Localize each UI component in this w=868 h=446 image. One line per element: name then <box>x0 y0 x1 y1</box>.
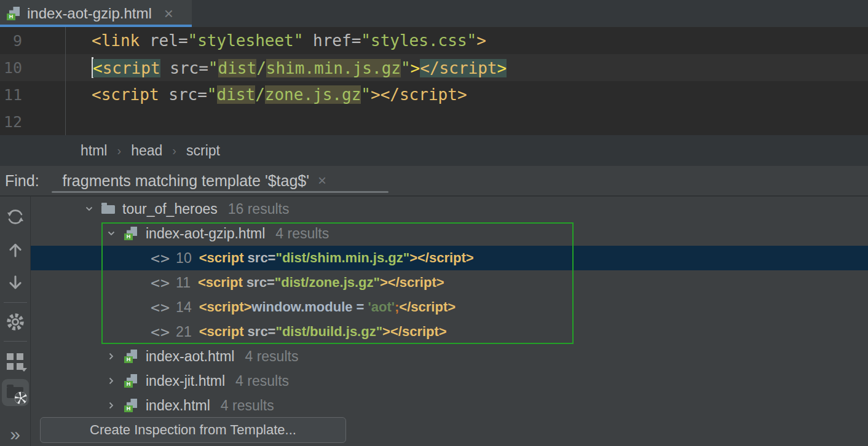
code-token: = <box>178 31 188 50</box>
tree-file-row-index.html[interactable]: Hindex.html4 results <box>31 393 868 418</box>
line-number: 12 <box>0 113 22 131</box>
code-token: </script> <box>399 299 456 315</box>
code-token: src= <box>248 324 276 339</box>
chevron-down-icon[interactable] <box>84 204 94 214</box>
code-token: " <box>208 59 218 77</box>
code-token: " <box>361 85 371 104</box>
code-token: = <box>199 59 208 77</box>
close-icon[interactable]: × <box>318 173 326 188</box>
tree-match-row-line-10[interactable]: <>10<script src="dist/shim.min.js.gz"></… <box>31 246 868 270</box>
code-editor[interactable]: 9<link rel="stylesheet" href="styles.css… <box>0 27 868 135</box>
chevron-right-icon[interactable] <box>106 376 116 386</box>
code-token: / <box>255 85 265 104</box>
html-file-icon: H <box>124 398 138 413</box>
ide-window: H index-aot-gzip.html × 9<link rel="styl… <box>0 0 868 446</box>
code-fragment-icon: <> <box>151 249 170 267</box>
find-session-label: fragments matching template '$tag$' <box>63 172 309 190</box>
find-session-underline <box>52 191 389 193</box>
settings-gear-icon[interactable] <box>5 311 26 332</box>
code-token: "dist/shim.min.js.gz" <box>275 250 409 265</box>
next-occurrence-icon[interactable] <box>5 272 26 293</box>
html-badge: H <box>124 356 133 363</box>
editor-line-9[interactable]: 9<link rel="stylesheet" href="styles.css… <box>0 27 868 54</box>
code-token <box>140 31 149 50</box>
item-label: tour_of_heroes <box>122 201 218 217</box>
code-token: < <box>93 59 103 77</box>
code-token: dist <box>218 59 257 77</box>
item-label: index-aot.html <box>146 348 234 365</box>
code-token: <script <box>92 85 159 104</box>
chevron-down-icon[interactable] <box>106 229 116 238</box>
code-token: = <box>352 31 361 50</box>
code-token: "dist/build.js.gz" <box>275 324 382 339</box>
breadcrumb-item-script[interactable]: script <box>186 143 220 159</box>
code-fragment-icon: <> <box>151 274 170 292</box>
tree-file-row-index-jit.html[interactable]: Hindex-jit.html4 results <box>31 369 868 393</box>
tree-match-row-line-14[interactable]: <>14<script>window.module = 'aot';</scri… <box>31 295 868 319</box>
code-token: ></script> <box>409 250 474 265</box>
results-tree[interactable]: tour_of_heroes16 resultsHindex-aot-gzip.… <box>31 197 868 446</box>
toolbar-separator <box>4 302 27 303</box>
breadcrumb-separator: › <box>172 144 176 158</box>
code-token: src <box>170 59 199 77</box>
pinwheel-shape <box>14 391 28 405</box>
editor-line-12[interactable]: 12 <box>0 108 868 135</box>
find-session-tab[interactable]: fragments matching template '$tag$' × <box>63 172 326 190</box>
breadcrumb-separator: › <box>117 144 121 158</box>
code-token: </script <box>420 59 497 77</box>
find-label: Find: <box>5 172 39 190</box>
rerun-search-icon[interactable] <box>5 206 26 227</box>
more-options-chevrons[interactable]: » <box>10 425 20 444</box>
editor-line-11[interactable]: 11<script src="dist/zone.js.gz"></script… <box>0 81 868 108</box>
code-token: <script <box>199 250 248 265</box>
code-token: </script> <box>381 85 467 104</box>
find-results-panel: » tour_of_heroes16 resultsHindex-aot-gzi… <box>0 197 868 446</box>
toolbar-separator <box>4 341 27 342</box>
tab-index-aot-gzip[interactable]: H index-aot-gzip.html × <box>0 0 192 27</box>
code-token: = <box>197 85 207 104</box>
chevron-right-icon[interactable] <box>106 351 116 361</box>
editor-line-10[interactable]: 10<script src="dist/shim.min.js.gz"></sc… <box>0 54 868 81</box>
tree-folder-row-tour_of_heroes[interactable]: tour_of_heroes16 results <box>31 197 868 221</box>
code-text: <script src="dist/zone.js.gz"></script> <box>66 85 467 104</box>
code-token: <link <box>92 31 140 50</box>
tree-rows: tour_of_heroes16 resultsHindex-aot-gzip.… <box>31 197 868 418</box>
code-text: <link rel="stylesheet" href="styles.css"… <box>66 31 486 50</box>
folder-pinwheel-icon[interactable] <box>2 379 29 406</box>
tree-match-row-line-11[interactable]: <>11<script src="dist/zone.js.gz"></scri… <box>31 270 868 295</box>
match-line-number: 10 <box>176 250 192 267</box>
group-by-icon[interactable] <box>5 351 26 372</box>
code-token: src= <box>248 250 276 265</box>
code-token: > <box>497 59 507 77</box>
gutter: 10 <box>0 54 66 81</box>
code-token: shim.min.js.gz <box>266 59 401 77</box>
tree-file-row-index-aot.html[interactable]: Hindex-aot.html4 results <box>31 344 868 369</box>
code-token: src <box>168 85 197 104</box>
item-label: index.html <box>146 397 210 414</box>
code-token: > <box>411 59 420 77</box>
previous-occurrence-icon[interactable] <box>5 240 26 260</box>
tree-match-row-line-21[interactable]: <>21<script src="dist/build.js.gz"></scr… <box>31 319 868 344</box>
breadcrumb-item-html[interactable]: html <box>81 143 107 159</box>
tree-file-row-index-aot-gzip.html[interactable]: Hindex-aot-gzip.html4 results <box>31 221 868 246</box>
breadcrumb-item-head[interactable]: head <box>131 143 162 159</box>
code-token <box>303 31 313 50</box>
code-token: ></script> <box>380 275 444 290</box>
chevron-right-icon[interactable] <box>106 401 116 410</box>
code-token: src= <box>247 275 275 290</box>
editor-lines: 9<link rel="stylesheet" href="styles.css… <box>0 27 868 135</box>
code-token: script <box>103 59 160 77</box>
gutter: 9 <box>0 27 66 54</box>
create-inspection-button[interactable]: Create Inspection from Template... <box>40 417 346 443</box>
code-token: "styles.css" <box>361 31 476 50</box>
html-file-icon: H <box>124 349 138 364</box>
code-token: " <box>401 59 411 77</box>
item-label: index-jit.html <box>146 373 225 389</box>
code-fragment-icon: <> <box>151 299 170 316</box>
chevron-down-icon <box>21 368 27 375</box>
code-token: > <box>371 85 381 104</box>
result-count: 4 results <box>275 225 329 242</box>
close-icon[interactable]: × <box>164 6 173 22</box>
line-number: 11 <box>0 86 22 104</box>
editor-tab-bar: H index-aot-gzip.html × <box>0 0 868 27</box>
